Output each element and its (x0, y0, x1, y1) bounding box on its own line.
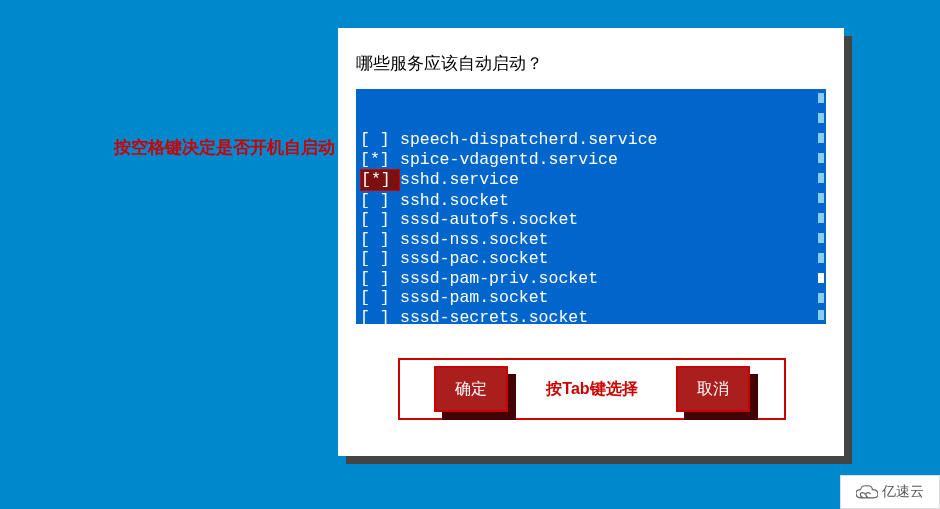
service-checkbox[interactable]: [*] (360, 150, 400, 170)
ok-button-label: 确定 (455, 379, 487, 400)
scrollbar[interactable] (816, 91, 824, 322)
service-name: sshd.service (400, 170, 519, 190)
cancel-button-wrap: 取消 (676, 366, 750, 412)
service-checkbox[interactable]: [ ] (360, 230, 400, 250)
service-row[interactable]: [ ] sssd-pac.socket (360, 249, 822, 269)
service-checkbox[interactable]: [ ] (360, 308, 400, 325)
service-checkbox[interactable]: [ ] (360, 210, 400, 230)
cloud-icon (856, 485, 878, 499)
ok-button[interactable]: 确定 (434, 366, 508, 412)
scroll-thumb[interactable] (818, 273, 824, 283)
service-checkbox[interactable]: [ ] (360, 249, 400, 269)
cancel-button[interactable]: 取消 (676, 366, 750, 412)
scroll-tick (818, 213, 824, 223)
scroll-tick (818, 193, 824, 203)
service-name: sssd-pam.socket (400, 288, 549, 308)
scroll-tick (818, 253, 824, 263)
service-row[interactable]: [*] spice-vdagentd.service (360, 150, 822, 170)
service-row[interactable]: [ ] sssd-pam-priv.socket (360, 269, 822, 289)
service-row[interactable]: [ ] sssd-secrets.socket (360, 308, 822, 325)
watermark-text: 亿速云 (882, 483, 924, 501)
service-checkbox[interactable]: [ ] (360, 191, 400, 211)
service-name: sssd-autofs.socket (400, 210, 578, 230)
service-name: sssd-pac.socket (400, 249, 549, 269)
service-checkbox[interactable]: [ ] (360, 269, 400, 289)
service-name: sssd-secrets.socket (400, 308, 588, 325)
scroll-tick (818, 173, 824, 183)
scroll-tick (818, 113, 824, 123)
cancel-button-label: 取消 (697, 379, 729, 400)
scroll-down-arrow[interactable] (818, 310, 824, 320)
service-row[interactable]: [ ] sshd.socket (360, 191, 822, 211)
service-row[interactable]: [ ] sssd-autofs.socket (360, 210, 822, 230)
service-name: sssd-pam-priv.socket (400, 269, 598, 289)
scroll-tick (818, 293, 824, 303)
service-checkbox[interactable]: [ ] (360, 130, 400, 150)
dialog-title: 哪些服务应该自动启动？ (356, 52, 826, 75)
service-checkbox[interactable]: [*] (360, 169, 400, 191)
service-name: speech-dispatcherd.service (400, 130, 657, 150)
scroll-up-arrow[interactable] (818, 93, 824, 103)
scroll-tick (818, 133, 824, 143)
service-row[interactable]: [ ] speech-dispatcherd.service (360, 130, 822, 150)
service-row[interactable]: [ ] sssd-nss.socket (360, 230, 822, 250)
annotation-tab-hint: 按Tab键选择 (546, 379, 637, 400)
services-list[interactable]: [ ] speech-dispatcherd.service[*] spice-… (356, 89, 826, 324)
service-row[interactable]: [ ] sssd-pam.socket (360, 288, 822, 308)
scroll-tick (818, 153, 824, 163)
service-name: sshd.socket (400, 191, 509, 211)
service-name: spice-vdagentd.service (400, 150, 618, 170)
annotation-space-hint: 按空格键决定是否开机自启动 (114, 136, 335, 159)
watermark: 亿速云 (840, 475, 940, 509)
service-row[interactable]: [*] sshd.service (360, 169, 822, 191)
button-row-annotation: 确定 按Tab键选择 取消 (398, 358, 786, 420)
scroll-tick (818, 233, 824, 243)
ok-button-wrap: 确定 (434, 366, 508, 412)
service-checkbox[interactable]: [ ] (360, 288, 400, 308)
service-name: sssd-nss.socket (400, 230, 549, 250)
